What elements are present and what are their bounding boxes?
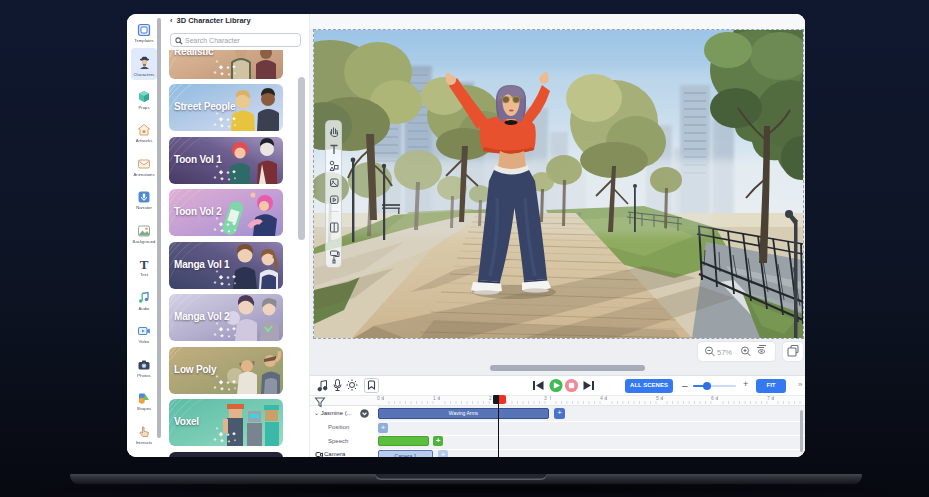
svg-text:4 s: 4 s [600, 395, 607, 401]
svg-text:0 s: 0 s [377, 395, 384, 401]
svg-text:2: 2 [489, 395, 492, 401]
svg-text:7 s: 7 s [767, 395, 774, 401]
svg-text:3: 3 [544, 395, 547, 401]
svg-text:1 s: 1 s [433, 395, 440, 401]
svg-text:5 s: 5 s [656, 395, 663, 401]
svg-text:T: T [140, 257, 149, 271]
svg-text:6 s: 6 s [711, 395, 718, 401]
